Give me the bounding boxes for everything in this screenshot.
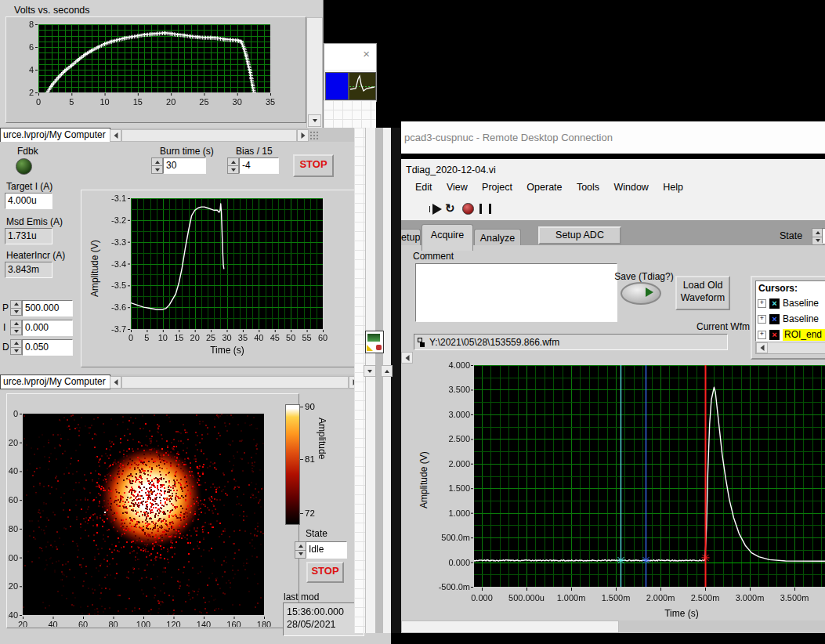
colorbar	[285, 404, 300, 525]
source-control-panel: Fdbk Target I (A) 4.000u Msd Emis (A) 1.…	[0, 142, 354, 374]
load-old-waveform-button[interactable]: Load Old Waveform	[675, 276, 730, 310]
heater-chart-canvas	[100, 192, 348, 363]
current-wfm-path: Y:\2021\05\28\153559.866.wfm	[429, 337, 559, 348]
colorbar-label: Amplitude	[317, 418, 327, 515]
scroll-left-button[interactable]	[401, 352, 413, 364]
rdp-titlebar[interactable]: pcad3-cuspnuc - Remote Desktop Connectio…	[401, 121, 825, 154]
current-wfm-path-field[interactable]: Y:\2021\05\28\153559.866.wfm	[414, 334, 728, 350]
scroll-left-button[interactable]	[110, 376, 121, 389]
cursor-name[interactable]: ROI_end	[783, 329, 825, 341]
resize-grip-icon[interactable]	[309, 131, 320, 140]
hscroll-track[interactable]	[121, 129, 297, 142]
menu-help[interactable]: Help	[663, 182, 683, 193]
state-label-right: State	[780, 230, 802, 241]
abort-icon[interactable]	[462, 203, 474, 215]
fdbk-label: Fdbk	[17, 146, 38, 157]
expand-icon[interactable]: +	[758, 315, 766, 324]
setup-adc-button[interactable]: Setup ADC	[538, 226, 621, 244]
cursors-hscrollbar[interactable]	[755, 342, 825, 354]
bias-label: Bias / 15	[236, 146, 273, 157]
heater-chart-xlabel: Time (s)	[188, 345, 266, 356]
pid-d-spinner[interactable]	[10, 339, 22, 355]
scroll-left-button[interactable]	[756, 342, 768, 353]
close-icon[interactable]: ×	[363, 47, 370, 60]
pause-icon[interactable]	[479, 204, 491, 214]
scroll-down-button[interactable]	[308, 114, 321, 127]
hscroll-thumb[interactable]	[401, 620, 619, 633]
expand-icon[interactable]: +	[758, 331, 766, 339]
volts-window: Volts vs. seconds	[0, 0, 324, 128]
target-current-field[interactable]: 4.000u	[5, 193, 52, 209]
colorbar-tick-label: 81	[305, 454, 315, 464]
pid-i-spinner[interactable]	[10, 320, 22, 335]
scroll-left-button[interactable]	[110, 129, 121, 142]
pid-row: P 500.000	[2, 300, 77, 316]
current-wfm-label: Current Wfm	[671, 321, 750, 332]
cursor-row-baseline-1[interactable]: + × Baseline	[758, 296, 825, 310]
cursor-row-roi-end[interactable]: + × ROI_end	[758, 327, 825, 342]
last-mod-field: 15:36:00.000 28/05/2021	[283, 602, 364, 636]
menu-view[interactable]: View	[447, 182, 468, 193]
msd-emis-label: Msd Emis (A)	[6, 216, 63, 227]
volts-window-vscrollbar[interactable]	[306, 17, 323, 128]
screen: Volts vs. seconds × urce.lvproj/My Compu…	[0, 0, 825, 644]
burn-time-field[interactable]: 30	[163, 157, 206, 174]
tab-acquire[interactable]: Acquire	[422, 224, 473, 251]
run-icon[interactable]	[432, 204, 442, 215]
colorbar-tick	[300, 459, 303, 460]
palette-thumbnail-waveform[interactable]	[349, 72, 376, 100]
menu-edit[interactable]: Edit	[415, 182, 432, 193]
stop-button-image[interactable]: STOP	[306, 562, 344, 583]
menu-project[interactable]: Project	[482, 182, 512, 193]
burn-time-spinner[interactable]	[151, 157, 163, 174]
pid-i-field[interactable]: 0.000	[22, 320, 73, 336]
project-tabbar-1: urce.lvproj/My Computer	[0, 128, 354, 142]
rdp-bottom-scrollbar[interactable]	[401, 620, 825, 633]
adc-graph-canvas[interactable]	[436, 356, 825, 623]
project-tab[interactable]: urce.lvproj/My Computer	[0, 374, 110, 389]
vi-icon[interactable]	[365, 331, 384, 353]
bias-spinner[interactable]	[227, 157, 239, 174]
vi-titlebar[interactable]: Tdiag_2020-12-04.vi	[401, 159, 825, 183]
scroll-up-button[interactable]	[381, 365, 393, 377]
stop-button-source[interactable]: STOP	[293, 154, 334, 177]
fdbk-led[interactable]	[16, 158, 32, 175]
state-dropdown[interactable]: Idle	[306, 541, 347, 559]
menu-tools[interactable]: Tools	[577, 182, 599, 193]
menu-window[interactable]: Window	[613, 182, 648, 193]
run-continuous-icon[interactable]: ↻	[445, 201, 455, 215]
cursor-name[interactable]: Baseline	[783, 313, 819, 324]
project-tab[interactable]: urce.lvproj/My Computer	[0, 128, 110, 143]
pid-p-field[interactable]: 500.000	[22, 300, 73, 317]
cursors-header: Cursors:	[756, 281, 825, 294]
last-mod-time: 15:36:00.000	[287, 606, 364, 618]
state-spinner[interactable]	[295, 541, 306, 559]
cursor-marker-icon: ×	[769, 330, 780, 340]
pid-d-field[interactable]: 0.050	[22, 339, 73, 356]
cursor-row-baseline-2[interactable]: + × Baseline	[758, 312, 825, 326]
pid-p-spinner[interactable]	[10, 300, 22, 316]
state-dropdown-right[interactable]: A	[822, 228, 825, 244]
background-strip	[375, 128, 383, 633]
comment-textarea[interactable]	[415, 263, 617, 322]
colorbar-tick-label: 90	[305, 402, 315, 411]
comment-label: Comment	[413, 251, 454, 262]
cursor-name[interactable]: Baseline	[783, 298, 819, 309]
background-scrollbar-strip[interactable]	[365, 128, 376, 633]
chevron-left-icon	[405, 355, 409, 361]
bias-field[interactable]: -4	[239, 157, 279, 174]
scroll-right-button[interactable]	[297, 129, 309, 142]
project-tabbar-2: urce.lvproj/My Computer	[0, 374, 368, 389]
expand-icon[interactable]: +	[758, 299, 766, 308]
background-strip-dark	[391, 128, 401, 644]
pid-row: D 0.050	[2, 339, 77, 355]
cursors-panel: Cursors: + × Baseline + × Baseline + × R…	[751, 276, 825, 360]
palette-titlebar[interactable]: ×	[324, 44, 376, 70]
menu-operate[interactable]: Operate	[526, 182, 562, 193]
palette-thumbnail-blue[interactable]	[325, 72, 349, 100]
chevron-left-icon	[760, 345, 764, 351]
hscroll-track[interactable]	[121, 376, 349, 389]
save-led-button[interactable]	[621, 282, 661, 305]
rdp-black-area	[401, 0, 825, 121]
scroll-down-button[interactable]	[364, 365, 376, 377]
